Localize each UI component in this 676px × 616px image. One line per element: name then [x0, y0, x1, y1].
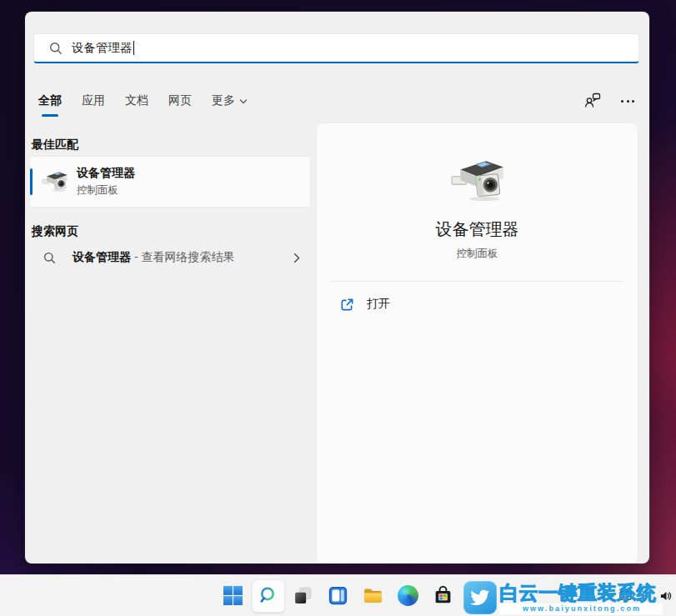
taskbar: 白云一键重装系统 www.baiyunxitong.com [0, 574, 676, 616]
network-icon[interactable] [639, 590, 652, 601]
tab-more-label: 更多 [212, 93, 235, 108]
search-input[interactable]: 设备管理器 [33, 33, 639, 63]
best-match-subtitle: 控制面板 [77, 183, 135, 198]
tab-apps[interactable]: 应用 [82, 93, 105, 108]
open-label: 打开 [367, 297, 390, 312]
file-explorer-icon [363, 585, 383, 606]
web-search-query: 设备管理器 [73, 250, 131, 263]
best-match-item[interactable]: 设备管理器 控制面板 [30, 157, 310, 207]
filter-tabs: 全部 应用 文档 网页 更多 [38, 93, 248, 108]
device-manager-icon [42, 168, 68, 195]
device-manager-icon-large [450, 153, 505, 212]
open-action[interactable]: 打开 [325, 290, 629, 318]
search-icon [258, 585, 278, 606]
ime-icon[interactable] [619, 590, 632, 601]
web-search-item[interactable]: 设备管理器 - 查看网络搜索结果 [30, 242, 310, 273]
best-match-title: 设备管理器 [77, 166, 135, 181]
open-external-icon [340, 298, 354, 312]
tab-web[interactable]: 网页 [168, 93, 192, 108]
search-query-text: 设备管理器 [72, 40, 133, 56]
file-explorer-button[interactable] [357, 579, 390, 613]
best-match-header: 最佳匹配 [32, 138, 78, 153]
account-feedback-icon[interactable] [584, 93, 601, 109]
search-taskbar-button[interactable] [252, 579, 285, 613]
search-header-actions [584, 93, 634, 109]
search-filter-bar: 全部 应用 文档 网页 更多 [38, 87, 634, 115]
chevron-down-icon [239, 98, 248, 104]
edge-button[interactable] [392, 579, 425, 613]
start-button[interactable] [217, 579, 250, 613]
widgets-button[interactable] [322, 579, 355, 613]
task-view-button[interactable] [287, 579, 320, 613]
preview-title: 设备管理器 [317, 218, 638, 241]
system-tray [601, 575, 673, 616]
result-preview-panel: 设备管理器 控制面板 打开 [317, 123, 638, 563]
tab-documents[interactable]: 文档 [125, 93, 148, 108]
search-icon [43, 252, 56, 264]
preview-subtitle: 控制面板 [317, 247, 638, 261]
edge-icon [398, 585, 418, 606]
taskbar-center-icons [217, 575, 460, 616]
watermark-bird-icon [463, 581, 497, 614]
task-view-icon [293, 585, 313, 606]
text-caret [133, 41, 135, 55]
tab-more[interactable]: 更多 [212, 93, 248, 108]
widgets-icon [328, 585, 348, 606]
windows-logo-icon [223, 585, 243, 606]
store-button[interactable] [427, 579, 460, 613]
web-search-suffix: - 查看网络搜索结果 [131, 250, 234, 263]
search-flyout-panel: 设备管理器 全部 应用 文档 网页 更多 最佳 [25, 12, 649, 563]
chevron-right-icon [293, 253, 300, 263]
search-icon [49, 42, 63, 55]
more-options-icon[interactable] [621, 100, 634, 103]
volume-icon[interactable] [659, 590, 672, 602]
web-search-header: 搜索网页 [32, 224, 78, 239]
divider [330, 281, 624, 282]
tab-all[interactable]: 全部 [38, 93, 62, 108]
hidden-icons-chevron-icon[interactable] [601, 590, 612, 601]
store-icon [433, 585, 453, 606]
windows-search-screen: { "search_box": { "value": "设备管理器" }, "t… [0, 0, 676, 616]
